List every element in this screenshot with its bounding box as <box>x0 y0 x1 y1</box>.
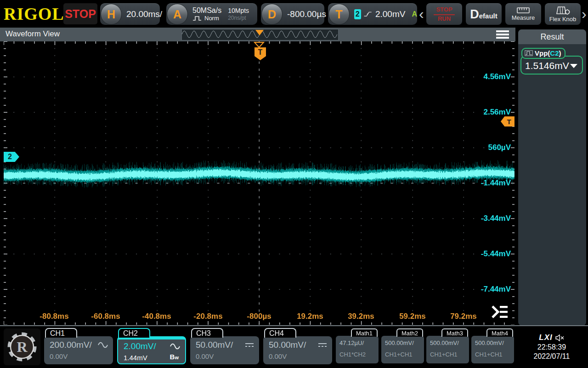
result-panel-title: Result <box>518 29 586 44</box>
ac-coupling-icon <box>97 341 108 349</box>
channel3-card[interactable]: CH3 50.00mV/ 0.00V <box>190 328 259 365</box>
stop-run-button[interactable]: STOP RUN <box>426 3 462 25</box>
sample-resolution: 20ns/pt <box>228 15 249 22</box>
overview-sine-icon <box>182 29 337 39</box>
bandwidth-limit-badge: Bw <box>170 353 179 361</box>
default-label: Default <box>470 7 498 22</box>
rigol-gear-logo-button[interactable]: R <box>4 328 40 365</box>
expand-menu-icon[interactable] <box>491 305 509 319</box>
oscilloscope-screen: RIGOL STOP H 20.00ms/ A 50MSa/s Norm 10M… <box>0 0 588 368</box>
channel3-offset: 0.00V <box>196 352 254 360</box>
trigger-button[interactable]: T 2 2.00mV A <box>328 3 417 25</box>
volt-label: 2.56mV <box>465 108 511 117</box>
status-box: LXI 22:58:39 2022/07/11 <box>518 328 585 366</box>
math3-card[interactable]: Math3 500.00mV/ CH1+CH1 <box>426 328 469 365</box>
volt-label: -5.44mV <box>465 249 511 259</box>
math4-tab[interactable]: Math4 <box>486 328 513 337</box>
pulse-icon <box>192 15 203 22</box>
stop-label: STOP <box>434 6 454 15</box>
measurement-func: Vpp( <box>535 49 550 57</box>
channel4-scale: 50.00mV/ <box>269 340 306 350</box>
channel2-tab[interactable]: CH2 <box>118 328 150 338</box>
measure-label: Measure <box>512 14 535 21</box>
flex-knob-button[interactable]: Flex Knob <box>545 3 581 25</box>
dc-coupling-icon <box>244 342 254 348</box>
trigger-position-icon[interactable] <box>254 41 265 48</box>
trigger-source-badge: 2 <box>354 9 361 19</box>
math3-expression: CH1+CH1 <box>430 351 469 358</box>
horizontal-key-icon[interactable]: H <box>101 4 122 25</box>
horizontal-timebase-button[interactable]: H 20.00ms/ <box>100 3 160 25</box>
math1-expression: CH1*CH2 <box>339 351 379 358</box>
dc-coupling-icon <box>317 342 328 348</box>
rigol-logo: RIGOL <box>4 3 64 25</box>
channel4-offset: 0.00V <box>269 352 328 360</box>
math2-card[interactable]: Math2 500.00mV/ CH1+CH1 <box>381 328 424 365</box>
time-label: -20.8ms <box>187 312 229 321</box>
channel3-tab[interactable]: CH3 <box>191 328 223 338</box>
measurement-pulse-icon <box>525 50 533 56</box>
acquisition-button[interactable]: A 50MSa/s Norm 10Mpts 20ns/pt <box>166 3 257 25</box>
ruler-icon <box>517 7 530 13</box>
system-date: 2022/07/11 <box>534 352 570 361</box>
memory-depth: 10Mpts <box>228 6 249 15</box>
default-button[interactable]: Default <box>466 3 502 25</box>
run-label: RUN <box>438 15 451 23</box>
channel1-offset: 0.00V <box>50 352 108 360</box>
delay-button[interactable]: D -800.00µs <box>261 3 324 25</box>
channel2-offset: 1.44mV <box>124 354 147 362</box>
time-label: -80.8ms <box>34 312 75 321</box>
timebase-overview-strip[interactable] <box>181 29 339 40</box>
sample-rate: 50MSa/s <box>192 6 221 15</box>
run-state-indicator[interactable]: STOP <box>63 3 97 24</box>
volt-label: -7.44mV <box>465 285 511 294</box>
rising-edge-icon <box>364 9 372 19</box>
volt-label: -1.44mV <box>465 178 511 188</box>
delay-key-icon[interactable]: D <box>261 4 283 25</box>
waveform-canvas[interactable] <box>4 41 514 325</box>
channel1-tab[interactable]: CH1 <box>45 328 77 338</box>
math3-tab[interactable]: Math3 <box>441 328 468 337</box>
lxi-logo: LXI <box>539 333 552 342</box>
menu-icon[interactable] <box>496 30 509 39</box>
sound-muted-icon <box>555 334 565 341</box>
channel1-scale: 200.00mV/ <box>50 340 92 350</box>
acquire-key-icon[interactable]: A <box>167 4 188 25</box>
svg-text:R: R <box>17 339 28 355</box>
system-time: 22:58:39 <box>537 343 566 351</box>
trigger-key-icon[interactable]: T <box>328 4 350 25</box>
gear-icon: R <box>6 331 38 362</box>
channel4-card[interactable]: CH4 50.00mV/ 0.00V <box>263 328 332 365</box>
measurement-dropdown-icon[interactable] <box>570 64 577 68</box>
result-panel: Result Vpp(C2) 1.5146mV <box>518 29 586 326</box>
math2-tab[interactable]: Math2 <box>396 328 423 337</box>
volt-label: 560µV <box>465 143 511 152</box>
time-label: -40.8ms <box>136 312 177 321</box>
time-label: 59.2ms <box>392 312 433 321</box>
math1-tab[interactable]: Math1 <box>351 328 378 337</box>
flex-knob-label: Flex Knob <box>549 16 577 23</box>
waveform-display-area[interactable]: T 2 T 4.56mV 2.56mV 560µV -1.44mV -3.44m… <box>0 41 515 327</box>
toolbar-scroll-left-icon[interactable] <box>419 6 424 22</box>
time-label: 19.2ms <box>289 312 331 321</box>
math3-scale: 500.00mV/ <box>430 339 469 346</box>
toolbar-scroll-right-icon[interactable] <box>582 6 587 22</box>
channel2-card[interactable]: CH2 2.00mV/ 1.44mV Bw <box>117 328 186 365</box>
measurement-func-close: ) <box>559 49 561 57</box>
channel3-scale: 50.00mV/ <box>196 340 233 350</box>
trigger-level-value: 2.00mV <box>375 9 405 19</box>
math1-card[interactable]: Math1 47.12µU/ CH1*CH2 <box>336 328 379 365</box>
channel4-tab[interactable]: CH4 <box>264 328 296 338</box>
trigger-sweep-mode: A <box>412 10 417 18</box>
measure-button[interactable]: Measure <box>505 3 541 25</box>
volt-label: -3.44mV <box>465 214 511 223</box>
bottom-divider <box>0 325 588 326</box>
channel2-scale: 2.00mV/ <box>124 341 156 351</box>
math4-card[interactable]: Math4 500.00mV/ CH1+CH1 <box>471 328 514 365</box>
time-label: -800µs <box>238 312 280 321</box>
math2-scale: 500.00mV/ <box>385 339 424 346</box>
ac-coupling-icon <box>170 343 181 350</box>
measurement-item[interactable]: Vpp(C2) 1.5146mV <box>520 48 583 75</box>
math4-scale: 500.00mV/ <box>475 339 514 346</box>
channel1-card[interactable]: CH1 200.00mV/ 0.00V <box>44 328 113 365</box>
